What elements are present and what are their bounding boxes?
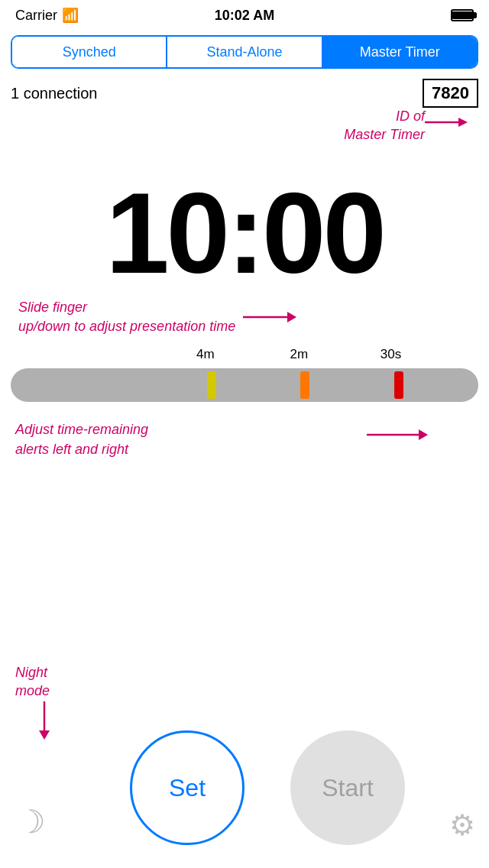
slide-annotation: Slide fingerup/down to adjust presentati… [0,298,489,347]
buttons-row: Set Start [84,730,405,845]
id-annotation: ID ofMaster Timer [344,107,425,144]
svg-marker-3 [287,312,296,322]
start-button-label: Start [322,774,374,802]
tab-master-label: Master Timer [360,44,440,60]
timer-display[interactable]: 10:00 [105,176,384,290]
timer-area[interactable]: 10:00 [0,153,489,298]
gear-icon[interactable]: ⚙ [449,808,475,842]
night-mode-label: Nightmode [15,664,50,700]
adjust-annotation: Adjust time-remainingalerts left and rig… [0,414,489,475]
connection-row: 1 connection 7820 [0,76,489,107]
svg-marker-5 [419,429,428,440]
progress-labels: 4m 2m 30s [11,347,478,368]
tab-synched[interactable]: Synched [12,37,167,67]
label-2m: 2m [290,347,308,362]
status-bar: Carrier 📶 10:02 AM [0,0,489,31]
carrier-label: Carrier 📶 [15,7,79,24]
battery-icon [451,9,474,21]
tab-synched-label: Synched [63,44,116,60]
adjust-arrow [367,423,428,446]
moon-icon[interactable]: ☽ [17,803,46,840]
label-4m: 4m [196,347,215,362]
svg-marker-7 [39,730,50,740]
svg-marker-1 [458,118,468,127]
connection-count: 1 connection [11,85,97,102]
set-button-label: Set [169,774,206,802]
master-timer-id: 7820 [423,79,478,108]
wifi-icon: 📶 [62,7,79,24]
battery-fill [452,11,472,19]
marker-red[interactable] [394,371,403,399]
progress-track-container[interactable] [11,368,478,414]
status-time: 10:02 AM [215,8,274,24]
night-mode-arrow [37,701,60,740]
progress-track[interactable] [11,368,478,402]
tab-bar: Synched Stand-Alone Master Timer [11,35,478,69]
marker-orange[interactable] [300,371,309,399]
label-30s: 30s [381,347,401,362]
id-annotation-arrow [425,113,468,131]
set-button[interactable]: Set [130,730,244,845]
slide-text: Slide fingerup/down to adjust presentati… [18,298,235,336]
tab-master[interactable]: Master Timer [323,37,477,67]
marker-yellow[interactable] [207,371,216,399]
slide-arrow [243,306,296,329]
carrier-text: Carrier [15,8,57,24]
start-button[interactable]: Start [290,730,405,845]
tab-standalone-label: Stand-Alone [206,44,282,60]
tab-standalone[interactable]: Stand-Alone [167,37,322,67]
